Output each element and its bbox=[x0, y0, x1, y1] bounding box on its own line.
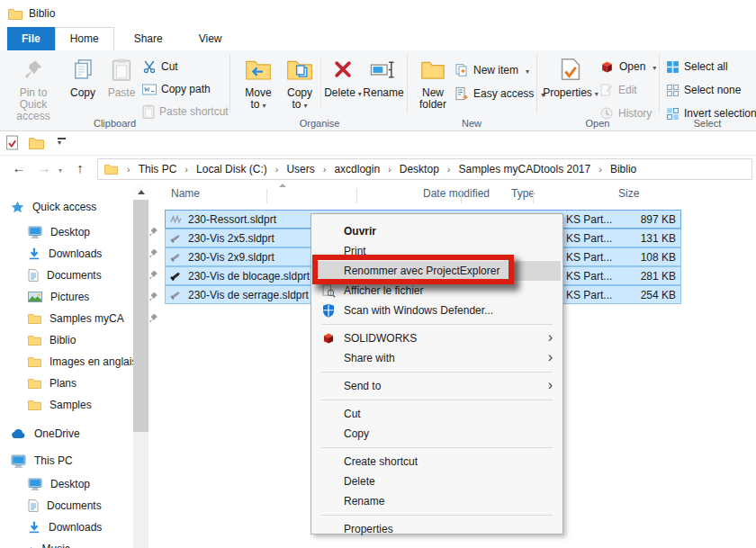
tab-view[interactable]: View bbox=[184, 27, 237, 50]
properties-button[interactable]: Properties bbox=[545, 53, 596, 127]
column-divider[interactable] bbox=[356, 189, 357, 203]
easy-access-label: Easy access bbox=[473, 87, 534, 100]
breadcrumb-separator-icon bbox=[382, 164, 397, 175]
organise-group-label: Organise bbox=[232, 118, 407, 129]
menu-item-send-to[interactable]: Send to bbox=[313, 376, 561, 396]
menu-item-label: SOLIDWORKS bbox=[344, 332, 417, 345]
group-separator bbox=[407, 54, 408, 112]
open-label: Open bbox=[619, 60, 645, 73]
file-size: 254 KB bbox=[604, 289, 676, 301]
easy-access-button[interactable]: Easy access bbox=[454, 83, 544, 104]
menu-item-scan-with-windows-defender[interactable]: Scan with Windows Defender... bbox=[313, 301, 561, 320]
breadcrumb-separator-icon bbox=[270, 164, 284, 175]
rename-button[interactable]: Rename bbox=[363, 53, 404, 127]
submenu-chevron-icon bbox=[548, 349, 553, 365]
spring-part-icon bbox=[169, 212, 183, 226]
quick-access-star-icon bbox=[11, 201, 24, 214]
cut-button[interactable]: Cut bbox=[142, 56, 178, 77]
open-button[interactable]: Open bbox=[599, 56, 656, 77]
menu-item-delete[interactable]: Delete bbox=[313, 472, 561, 491]
paste-shortcut-icon bbox=[142, 104, 155, 119]
breadcrumb-segment[interactable]: Local Disk (C:) bbox=[194, 163, 270, 175]
edit-label: Edit bbox=[618, 84, 637, 96]
paste-button[interactable]: Paste bbox=[103, 53, 140, 127]
column-header-size[interactable]: Size bbox=[618, 187, 639, 200]
edit-button[interactable]: Edit bbox=[599, 79, 637, 101]
sidebar-item-onedrive[interactable]: OneDrive bbox=[0, 423, 144, 445]
file-name: 230-Vis de serrage.sldprt bbox=[188, 289, 309, 301]
menu-item-copy[interactable]: Copy bbox=[313, 424, 561, 444]
breadcrumb-segment[interactable]: axcdlogin bbox=[331, 163, 382, 175]
menu-item-create-shortcut[interactable]: Create shortcut bbox=[313, 452, 561, 472]
sidebar-item-label: Biblio bbox=[50, 334, 76, 346]
breadcrumb-segment[interactable]: Desktop bbox=[397, 163, 442, 175]
delete-button[interactable]: Delete bbox=[324, 53, 362, 127]
up-button[interactable] bbox=[70, 158, 90, 178]
sidebar-item-label: Documents bbox=[47, 499, 102, 512]
breadcrumb-segment[interactable]: This PC bbox=[136, 163, 180, 175]
column-divider[interactable] bbox=[461, 189, 462, 203]
easy-access-icon bbox=[454, 86, 469, 101]
select-none-label: Select none bbox=[684, 84, 741, 96]
tab-file[interactable]: File bbox=[7, 27, 55, 50]
copy-to-button[interactable]: Copy to bbox=[281, 53, 319, 127]
select-all-button[interactable]: Select all bbox=[666, 56, 728, 77]
menu-item-ouvrir[interactable]: Ouvrir bbox=[313, 221, 561, 241]
breadcrumb-segment[interactable]: Samples myCADtools 2017 bbox=[455, 163, 593, 175]
downloads-icon bbox=[28, 247, 40, 260]
column-divider[interactable] bbox=[533, 189, 534, 203]
menu-item-properties[interactable]: Properties bbox=[313, 519, 561, 539]
new-folder-button[interactable]: New folder bbox=[412, 53, 454, 127]
file-name: 230-Ressort.sldprt bbox=[188, 213, 276, 226]
desktop-icon bbox=[28, 478, 42, 490]
copy-button[interactable]: Copy bbox=[65, 53, 101, 127]
dropdown-caret-icon bbox=[592, 86, 598, 99]
screw-dark-part-icon bbox=[169, 269, 183, 283]
breadcrumb[interactable]: This PC Local Disk (C:) Users axcdlogin … bbox=[97, 158, 752, 180]
tab-share[interactable]: Share bbox=[120, 27, 177, 50]
new-folder-icon[interactable] bbox=[29, 137, 44, 149]
pin-to-quick-access-button[interactable]: Pin to Quick access bbox=[5, 53, 61, 127]
move-to-label: Move to bbox=[245, 86, 271, 111]
documents-icon bbox=[28, 499, 39, 512]
menu-separator bbox=[321, 447, 553, 448]
file-size: 897 KB bbox=[604, 213, 676, 226]
annotation-red-rectangle bbox=[312, 255, 514, 284]
edit-icon bbox=[599, 83, 614, 97]
sidebar-scrollbar[interactable] bbox=[133, 184, 148, 548]
customize-quick-access-icon[interactable] bbox=[58, 138, 66, 148]
move-to-button[interactable]: Move to bbox=[238, 53, 279, 127]
column-header-name[interactable]: Name bbox=[171, 187, 200, 200]
sidebar-item-label: Plans bbox=[50, 377, 76, 390]
column-divider[interactable] bbox=[266, 189, 267, 203]
menu-item-solidworks[interactable]: SOLIDWORKS bbox=[313, 328, 561, 348]
scissors-icon bbox=[142, 59, 157, 74]
column-header-date-modified[interactable]: Date modified bbox=[423, 187, 490, 200]
ribbon-tab-bar: File Home Share View bbox=[0, 27, 756, 51]
group-separator bbox=[536, 54, 537, 112]
onedrive-cloud-icon bbox=[11, 428, 26, 439]
breadcrumb-segment[interactable]: Biblio bbox=[608, 163, 639, 175]
scrollbar-up-arrow-icon[interactable] bbox=[133, 184, 148, 200]
column-header-type[interactable]: Type bbox=[511, 187, 535, 200]
menu-item-rename[interactable]: Rename bbox=[313, 491, 561, 511]
scrollbar-thumb[interactable] bbox=[133, 200, 148, 432]
new-item-button[interactable]: New item bbox=[454, 59, 529, 81]
breadcrumb-segment[interactable]: Users bbox=[284, 163, 317, 175]
sidebar-item-quick-access[interactable]: Quick access bbox=[0, 196, 144, 218]
screw-part-icon bbox=[169, 250, 183, 264]
screw-part-icon bbox=[169, 288, 183, 301]
menu-item-share-with[interactable]: Share with bbox=[313, 348, 561, 368]
forward-button[interactable] bbox=[34, 158, 54, 178]
back-button[interactable] bbox=[9, 158, 29, 178]
sidebar-item-this-pc[interactable]: This PC bbox=[0, 450, 144, 472]
sidebar-item-label: This PC bbox=[34, 454, 73, 467]
properties-check-icon[interactable] bbox=[5, 135, 19, 150]
copy-path-button[interactable]: Copy path bbox=[142, 78, 211, 100]
rename-icon bbox=[370, 53, 397, 85]
menu-item-cut[interactable]: Cut bbox=[313, 404, 561, 424]
select-none-button[interactable]: Select none bbox=[666, 79, 741, 101]
tab-home[interactable]: Home bbox=[55, 27, 114, 51]
folder-icon bbox=[28, 335, 41, 346]
recent-locations-icon[interactable] bbox=[54, 158, 67, 178]
